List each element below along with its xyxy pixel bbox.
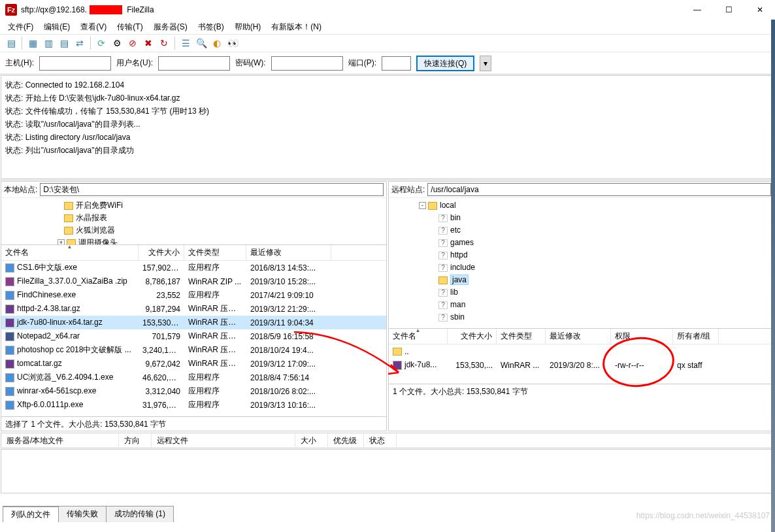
cancel-icon[interactable]: ⊘ <box>125 36 140 50</box>
process-queue-icon[interactable]: ⚙ <box>110 36 124 50</box>
tree-node[interactable]: ?man <box>393 299 770 311</box>
file-row[interactable]: UC浏览器_V6.2.4094.1.exe46,620,904应用程序2018/… <box>1 371 386 384</box>
col-server-local[interactable]: 服务器/本地文件 <box>1 433 119 448</box>
col-filename[interactable]: ▲文件名 <box>389 329 448 344</box>
col-size[interactable]: 大小 <box>295 433 328 448</box>
toggle-log-icon[interactable]: ▦ <box>25 36 40 50</box>
file-row[interactable]: .. <box>389 344 774 358</box>
file-row[interactable]: Notepad2_x64.rar701,579WinRAR 压缩...2018/… <box>1 329 386 343</box>
tab-queued[interactable]: 列队的文件 <box>3 506 59 522</box>
tree-node[interactable]: -local <box>393 199 770 212</box>
local-path-input[interactable] <box>40 183 384 196</box>
user-label: 用户名(U): <box>116 58 153 69</box>
tree-node[interactable]: ?httpd <box>393 249 770 261</box>
remote-tree[interactable]: -local?bin?etc?games?httpd?includejava?l… <box>389 197 774 328</box>
menu-transfer[interactable]: 传输(T) <box>113 20 146 34</box>
minimize-button[interactable]: — <box>687 5 707 14</box>
quick-connect-dropdown[interactable]: ▾ <box>480 56 491 71</box>
menu-bar: 文件(F) 编辑(E) 查看(V) 传输(T) 服务器(S) 书签(B) 帮助(… <box>0 20 775 34</box>
maximize-button[interactable]: ☐ <box>719 5 738 14</box>
col-remote-file[interactable]: 远程文件 <box>152 433 295 448</box>
log-line: 状态: 文件传输成功，传输了 153,530,841 字节 (用时13 秒) <box>5 105 770 118</box>
tree-node[interactable]: java <box>393 274 770 286</box>
log-line: 状态: 读取"/usr/local/java"的目录列表... <box>5 118 770 131</box>
tree-node[interactable]: ?games <box>393 237 770 249</box>
file-row[interactable]: photoshop cc 2018中文破解版 ...3,240,133,...W… <box>1 343 386 357</box>
search-icon[interactable]: 🔍 <box>194 36 208 50</box>
col-permissions[interactable]: 权限 <box>611 329 673 344</box>
tab-success[interactable]: 成功的传输 (1) <box>106 506 174 522</box>
local-status: 选择了 1 个文件。大小总共: 153,530,841 字节 <box>1 416 386 431</box>
col-filename[interactable]: ▲文件名 <box>1 245 139 260</box>
site-manager-icon[interactable]: ▤ <box>4 36 18 50</box>
refresh-icon[interactable]: ⟳ <box>94 36 108 50</box>
tree-node[interactable]: ?include <box>393 261 770 274</box>
menu-edit[interactable]: 编辑(E) <box>40 20 74 34</box>
col-size[interactable]: 文件大小 <box>139 245 184 260</box>
menu-bookmarks[interactable]: 书签(B) <box>194 20 228 34</box>
host-label: 主机(H): <box>5 58 34 69</box>
menu-new-version[interactable]: 有新版本！(N) <box>267 20 325 34</box>
pass-input[interactable] <box>271 56 343 71</box>
file-row[interactable]: FindChinese.exe23,552应用程序2017/4/21 9:09:… <box>1 288 386 302</box>
tab-failed[interactable]: 传输失败 <box>58 506 107 522</box>
menu-view[interactable]: 查看(V) <box>76 20 110 34</box>
col-status[interactable]: 状态 <box>364 433 397 448</box>
local-file-list[interactable]: CS1.6中文版.exe157,902,1...应用程序2016/8/13 14… <box>1 261 386 416</box>
remote-path-input[interactable] <box>427 183 771 196</box>
col-type[interactable]: 文件类型 <box>497 329 546 344</box>
file-row[interactable]: tomcat.tar.gz9,672,042WinRAR 压缩...2019/3… <box>1 357 386 371</box>
disconnect-icon[interactable]: ✖ <box>141 36 156 50</box>
port-input[interactable] <box>382 56 411 71</box>
compare-icon[interactable]: ◐ <box>210 36 224 50</box>
remote-file-list[interactable]: ..jdk-7u8...153,530,...WinRAR ...2019/3/… <box>389 344 774 384</box>
file-row[interactable]: jdk-7u8...153,530,...WinRAR ...2019/3/20… <box>389 358 774 372</box>
menu-server[interactable]: 服务器(S) <box>150 20 191 34</box>
toggle-queue-icon[interactable]: ▤ <box>57 36 71 50</box>
reconnect-icon[interactable]: ↻ <box>157 36 171 50</box>
menu-file[interactable]: 文件(F) <box>4 20 37 34</box>
col-direction[interactable]: 方向 <box>119 433 152 448</box>
close-button[interactable]: ✕ <box>750 5 770 14</box>
file-row[interactable]: httpd-2.4.38.tar.gz9,187,294WinRAR 压缩...… <box>1 302 386 316</box>
redaction <box>90 5 122 14</box>
file-row[interactable]: FileZilla_3.37.0.0_XiaZaiBa .zip8,786,18… <box>1 274 386 288</box>
port-label: 端口(P): <box>348 58 376 69</box>
menu-help[interactable]: 帮助(H) <box>231 20 265 34</box>
user-input[interactable] <box>158 56 230 71</box>
file-row[interactable]: winrar-x64-561scp.exe3,312,040应用程序2018/1… <box>1 384 386 398</box>
quick-connect-button[interactable]: 快速连接(Q) <box>416 56 474 71</box>
tree-node[interactable]: ?lib <box>393 286 770 299</box>
col-modified[interactable]: 最近修改 <box>246 245 331 260</box>
toggle-tree-icon[interactable]: ▥ <box>41 36 56 50</box>
col-modified[interactable]: 最近修改 <box>546 329 611 344</box>
log-line: 状态: Listing directory /usr/local/java <box>5 131 770 144</box>
col-priority[interactable]: 优先级 <box>328 433 364 448</box>
tree-node[interactable]: ?sbin <box>393 311 770 324</box>
sync-browse-icon[interactable]: ⇄ <box>73 36 87 50</box>
tree-node[interactable]: ?bin <box>393 212 770 224</box>
host-input[interactable] <box>39 56 111 71</box>
queue-body[interactable] <box>1 449 774 493</box>
window-title: sftp://qx@192.168. FileZilla <box>21 5 687 15</box>
file-row[interactable]: jdk-7u80-linux-x64.tar.gz153,530,8...Win… <box>1 316 386 329</box>
find-icon[interactable]: 👀 <box>225 36 240 50</box>
message-log[interactable]: 状态: Connected to 192.168.2.104 状态: 开始上传 … <box>1 75 774 179</box>
remote-site-label: 远程站点: <box>391 184 425 195</box>
log-line: 状态: Connected to 192.168.2.104 <box>5 78 770 91</box>
local-tree[interactable]: 开启免费WiFi水晶报表火狐浏览器+调用摄像头 <box>1 197 386 244</box>
col-size[interactable]: 文件大小 <box>448 329 497 344</box>
file-row[interactable]: Xftp-6.0.0111p.exe31,976,272应用程序2019/3/1… <box>1 398 386 412</box>
col-type[interactable]: 文件类型 <box>184 245 246 260</box>
tree-node[interactable]: 开启免费WiFi <box>5 199 382 212</box>
tree-node[interactable]: 水晶报表 <box>5 212 382 224</box>
filter-icon[interactable]: ☰ <box>178 36 193 50</box>
log-line: 状态: 列出"/usr/local/java"的目录成功 <box>5 144 770 157</box>
tree-node[interactable]: ?etc <box>393 224 770 237</box>
col-owner[interactable]: 所有者/组 <box>673 329 719 344</box>
local-pane: 本地站点: 开启免费WiFi水晶报表火狐浏览器+调用摄像头 ▲文件名 文件大小 … <box>1 181 387 431</box>
file-row[interactable]: CS1.6中文版.exe157,902,1...应用程序2016/8/13 14… <box>1 261 386 274</box>
tree-node[interactable]: 火狐浏览器 <box>5 224 382 237</box>
tree-node[interactable]: +调用摄像头 <box>5 237 382 244</box>
local-site-label: 本地站点: <box>4 184 37 195</box>
